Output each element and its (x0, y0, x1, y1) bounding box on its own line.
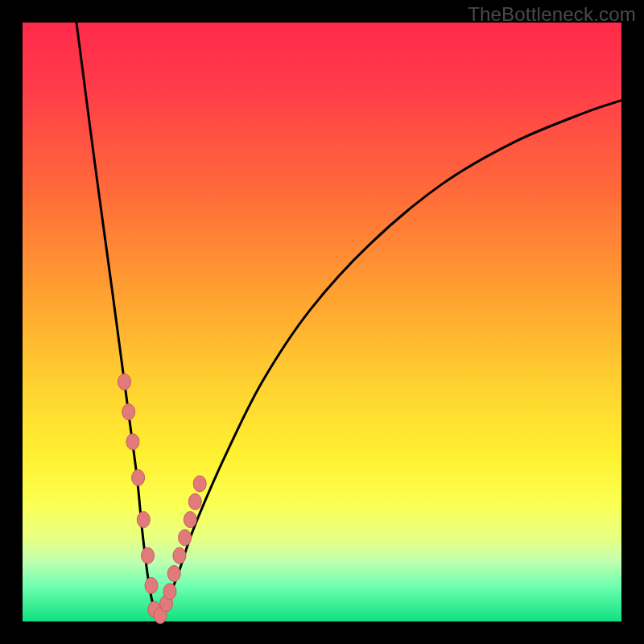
highlight-marker (167, 566, 180, 582)
highlight-marker (126, 434, 139, 450)
chart-svg (23, 23, 621, 621)
bottleneck-curve (76, 23, 621, 616)
highlight-marker (145, 577, 158, 593)
chart-plot-area (23, 23, 621, 621)
highlight-marker (142, 547, 155, 564)
highlight-marker (122, 404, 135, 420)
highlight-marker (179, 530, 192, 546)
highlight-marker (163, 584, 176, 600)
highlight-marker (118, 374, 131, 390)
highlight-marker (173, 547, 186, 564)
highlight-marker (193, 476, 206, 492)
chart-frame: TheBottleneck.com (0, 0, 644, 644)
highlight-marker (137, 512, 150, 528)
highlight-marker (188, 493, 201, 510)
highlighted-points-group (118, 374, 207, 623)
highlight-marker (132, 469, 145, 485)
highlight-marker (184, 512, 196, 528)
watermark-text: TheBottleneck.com (468, 3, 636, 26)
